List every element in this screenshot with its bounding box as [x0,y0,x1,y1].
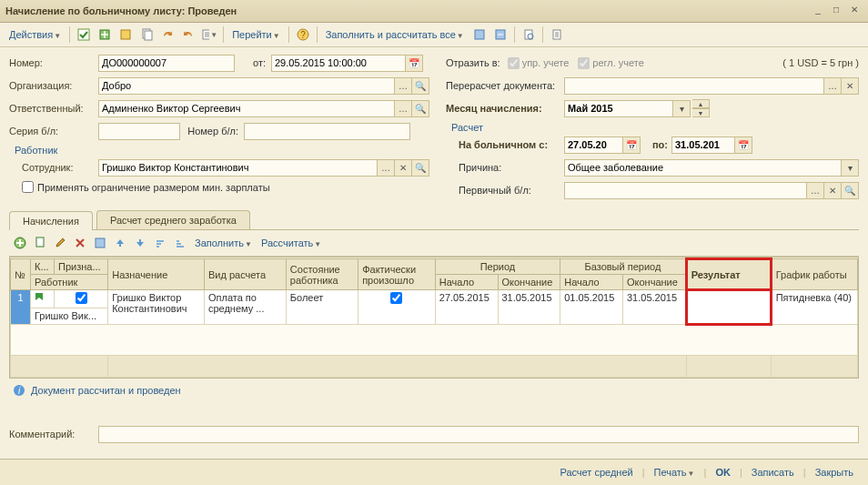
print-button[interactable]: Печать▼ [649,464,701,480]
col-state[interactable]: Состояние работника [286,259,358,290]
primary-label: Первичный б/л: [459,185,564,196]
actions-menu[interactable]: Действия▼ [5,27,65,42]
select-icon[interactable]: … [807,182,824,199]
save-button[interactable]: Записать [746,464,800,480]
select-icon[interactable]: … [395,100,412,117]
reason-input[interactable] [564,159,842,177]
copy-icon[interactable] [137,25,156,44]
save-icon[interactable] [116,25,135,44]
clear-icon[interactable]: ✕ [395,159,412,177]
move-up-icon[interactable] [111,234,129,252]
calendar-icon[interactable]: 📅 [623,136,641,154]
sort-asc-icon[interactable] [151,234,169,252]
edit-row-icon[interactable] [51,234,69,252]
col-result[interactable]: Результат [686,259,771,290]
goto-menu[interactable]: Перейти▼ [228,27,284,42]
calc-avg-button[interactable]: Расчет средней [554,464,638,480]
minimize-button[interactable]: _ [810,4,826,18]
numbl-input[interactable] [244,123,410,140]
accruals-grid: № К... Призна... Назначение Вид расчета … [9,257,859,379]
col-base[interactable]: Базовый период [560,259,686,275]
undo-icon[interactable] [179,25,197,44]
cell-result[interactable] [686,290,771,325]
org-input[interactable] [98,77,395,95]
col-schedule[interactable]: График работы [771,259,857,290]
open-icon[interactable]: 🔍 [412,77,429,95]
calendar-icon[interactable]: 📅 [735,136,752,154]
spin-down-icon[interactable]: ▼ [692,108,710,117]
post-icon[interactable] [96,25,114,44]
redo-icon[interactable] [158,25,177,44]
select-icon[interactable]: … [378,159,395,177]
table-row[interactable]: 1 Гришко Виктор Константинович Оплата по… [11,290,858,308]
cell-flag [31,290,55,308]
open-icon[interactable]: 🔍 [842,182,859,199]
comment-input[interactable] [98,426,859,443]
col-k[interactable]: К... [31,259,55,275]
col-bstart[interactable]: Начало [560,275,623,290]
col-prizn[interactable]: Призна... [54,259,107,275]
open-icon[interactable]: 🔍 [412,159,429,177]
tab-accruals[interactable]: Начисления [9,211,93,230]
series-input[interactable] [98,123,180,140]
dropdown-icon[interactable]: ▾ [673,100,691,117]
svg-rect-14 [36,237,44,247]
date-input[interactable] [271,55,406,72]
employee-input[interactable] [98,159,378,177]
run-icon[interactable] [75,25,93,44]
calendar-icon[interactable]: 📅 [406,55,423,72]
clear-icon[interactable]: ✕ [824,182,842,199]
col-worker[interactable]: Работник [31,275,108,290]
cell-assign: Гришко Виктор Константинович [108,290,205,325]
help-icon[interactable]: ? [294,25,312,44]
fact-checkbox[interactable] [390,292,402,304]
limit-checkbox[interactable] [22,181,34,193]
resp-label: Ответственный: [9,103,98,114]
copy-row-icon[interactable] [31,234,49,252]
prizn-checkbox[interactable] [76,292,87,304]
add-row-icon[interactable] [11,234,29,252]
close-window-button[interactable]: Закрыть [810,464,859,480]
col-n[interactable]: № [11,259,31,290]
cell-pstart: 27.05.2015 [435,290,498,325]
tab-average[interactable]: Расчет среднего заработка [96,210,250,229]
form1-icon[interactable] [470,25,489,44]
select-icon[interactable]: … [824,77,842,95]
svg-rect-2 [121,30,130,39]
sick-from-input[interactable] [564,136,623,154]
sort-desc-icon[interactable] [171,234,189,252]
calc-menu[interactable]: Рассчитать▼ [257,236,325,250]
cell-worker: Гришко Вик... [31,308,108,325]
recalc-input[interactable] [564,77,824,95]
report-icon[interactable] [548,25,566,44]
col-assign[interactable]: Назначение [108,259,205,290]
clear-icon[interactable]: ✕ [842,77,859,95]
col-pstart[interactable]: Начало [435,275,498,290]
move-down-icon[interactable] [131,234,149,252]
fill-menu[interactable]: Заполнить▼ [191,236,256,250]
month-label: Месяц начисления: [446,103,564,114]
col-bend[interactable]: Окончание [622,275,686,290]
preview-icon[interactable] [520,25,538,44]
delete-row-icon[interactable] [71,234,89,252]
open-icon[interactable]: 🔍 [412,100,429,117]
col-pend[interactable]: Окончание [498,275,560,290]
list-icon[interactable]: ▼ [200,25,218,44]
refresh-icon[interactable] [91,234,109,252]
ok-button[interactable]: OK [710,464,736,480]
col-calctype[interactable]: Вид расчета [204,259,286,290]
number-input[interactable] [98,55,235,72]
dropdown-icon[interactable]: ▾ [842,159,859,177]
resp-input[interactable] [98,100,395,117]
maximize-button[interactable]: □ [828,4,844,18]
primary-input[interactable] [564,182,807,199]
fillcalc-menu[interactable]: Заполнить и рассчитать все▼ [322,27,468,42]
select-icon[interactable]: … [395,77,412,95]
col-fact[interactable]: Фактически произошло [358,259,436,290]
close-button[interactable]: ✕ [846,4,863,18]
col-period[interactable]: Период [435,259,560,275]
form2-icon[interactable] [491,25,510,44]
month-input[interactable] [564,100,673,117]
sick-to-input[interactable] [671,136,735,154]
spin-up-icon[interactable]: ▲ [692,99,710,108]
